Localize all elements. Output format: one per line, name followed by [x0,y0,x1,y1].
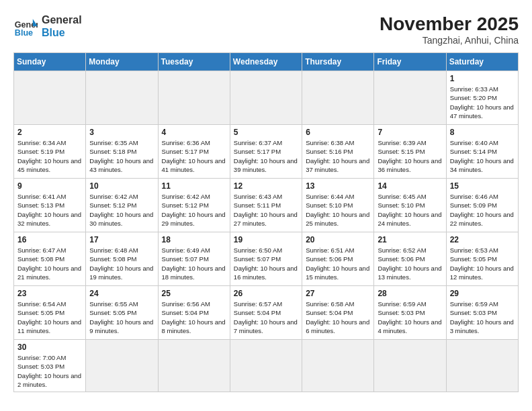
day-number: 27 [306,289,370,298]
day-info: Sunrise: 6:51 AM Sunset: 5:06 PM Dayligh… [306,246,370,281]
calendar-week-row: 30Sunrise: 7:00 AM Sunset: 5:03 PM Dayli… [14,340,519,392]
calendar-day-cell [374,340,446,392]
day-number: 18 [162,235,226,244]
calendar-day-cell: 2Sunrise: 6:34 AM Sunset: 5:19 PM Daylig… [14,125,86,179]
day-info: Sunrise: 6:38 AM Sunset: 5:16 PM Dayligh… [306,138,370,174]
day-info: Sunrise: 6:36 AM Sunset: 5:17 PM Dayligh… [162,138,226,174]
day-number: 21 [378,235,442,244]
day-number: 19 [234,235,298,244]
calendar-day-cell: 5Sunrise: 6:37 AM Sunset: 5:17 PM Daylig… [230,125,302,179]
weekday-header-thursday: Thursday [302,53,374,71]
day-info: Sunrise: 6:40 AM Sunset: 5:14 PM Dayligh… [450,138,515,174]
day-info: Sunrise: 6:35 AM Sunset: 5:18 PM Dayligh… [89,138,154,174]
day-info: Sunrise: 6:54 AM Sunset: 5:05 PM Dayligh… [17,300,82,335]
weekday-header-monday: Monday [86,53,158,71]
calendar-day-cell [302,340,374,392]
day-number: 30 [17,342,82,352]
day-number: 25 [162,289,226,298]
calendar-day-cell: 14Sunrise: 6:45 AM Sunset: 5:10 PM Dayli… [374,179,446,232]
day-number: 3 [89,128,154,137]
day-info: Sunrise: 6:46 AM Sunset: 5:09 PM Dayligh… [450,192,515,228]
weekday-header-tuesday: Tuesday [158,53,230,71]
calendar-day-cell: 4Sunrise: 6:36 AM Sunset: 5:17 PM Daylig… [158,125,230,179]
day-info: Sunrise: 6:33 AM Sunset: 5:20 PM Dayligh… [450,85,515,120]
day-number: 16 [17,235,82,244]
calendar-day-cell [230,71,302,125]
calendar-day-cell: 6Sunrise: 6:38 AM Sunset: 5:16 PM Daylig… [302,125,374,179]
day-number: 29 [450,289,515,298]
day-info: Sunrise: 6:56 AM Sunset: 5:04 PM Dayligh… [162,300,226,335]
day-info: Sunrise: 6:44 AM Sunset: 5:10 PM Dayligh… [306,192,370,228]
calendar-day-cell: 16Sunrise: 6:47 AM Sunset: 5:08 PM Dayli… [14,232,86,286]
day-info: Sunrise: 6:59 AM Sunset: 5:03 PM Dayligh… [450,300,515,335]
calendar-day-cell: 26Sunrise: 6:57 AM Sunset: 5:04 PM Dayli… [230,286,302,340]
calendar-day-cell: 11Sunrise: 6:42 AM Sunset: 5:12 PM Dayli… [158,179,230,232]
month-year-title: November 2025 [380,13,519,35]
day-info: Sunrise: 6:42 AM Sunset: 5:12 PM Dayligh… [89,192,154,228]
day-number: 1 [450,74,515,83]
day-number: 24 [89,289,154,298]
location-subtitle: Tangzhai, Anhui, China [380,35,519,46]
day-info: Sunrise: 6:55 AM Sunset: 5:05 PM Dayligh… [89,300,154,335]
calendar-day-cell: 17Sunrise: 6:48 AM Sunset: 5:08 PM Dayli… [86,232,158,286]
calendar-day-cell: 20Sunrise: 6:51 AM Sunset: 5:06 PM Dayli… [302,232,374,286]
calendar-day-cell [158,71,230,125]
calendar-day-cell: 30Sunrise: 7:00 AM Sunset: 5:03 PM Dayli… [14,340,86,392]
calendar-day-cell: 27Sunrise: 6:58 AM Sunset: 5:04 PM Dayli… [302,286,374,340]
day-info: Sunrise: 6:41 AM Sunset: 5:13 PM Dayligh… [17,192,82,228]
weekday-header-saturday: Saturday [446,53,518,71]
day-info: Sunrise: 7:00 AM Sunset: 5:03 PM Dayligh… [17,353,82,389]
calendar-week-row: 1Sunrise: 6:33 AM Sunset: 5:20 PM Daylig… [14,71,519,125]
day-number: 11 [162,181,226,191]
day-number: 28 [378,289,442,298]
day-number: 14 [378,181,442,191]
calendar-day-cell: 12Sunrise: 6:43 AM Sunset: 5:11 PM Dayli… [230,179,302,232]
calendar-day-cell [158,340,230,392]
day-number: 12 [234,181,298,191]
day-number: 4 [162,128,226,137]
day-info: Sunrise: 6:49 AM Sunset: 5:07 PM Dayligh… [162,246,226,281]
calendar-day-cell: 7Sunrise: 6:39 AM Sunset: 5:15 PM Daylig… [374,125,446,179]
day-info: Sunrise: 6:42 AM Sunset: 5:12 PM Dayligh… [162,192,226,228]
logo-icon: General Blue [13,14,38,38]
weekday-header-friday: Friday [374,53,446,71]
calendar-day-cell: 19Sunrise: 6:50 AM Sunset: 5:07 PM Dayli… [230,232,302,286]
day-info: Sunrise: 6:58 AM Sunset: 5:04 PM Dayligh… [306,300,370,335]
calendar-day-cell: 25Sunrise: 6:56 AM Sunset: 5:04 PM Dayli… [158,286,230,340]
calendar-day-cell: 22Sunrise: 6:53 AM Sunset: 5:05 PM Dayli… [446,232,518,286]
weekday-header-row: SundayMondayTuesdayWednesdayThursdayFrid… [14,53,519,71]
calendar-day-cell: 28Sunrise: 6:59 AM Sunset: 5:03 PM Dayli… [374,286,446,340]
weekday-header-wednesday: Wednesday [230,53,302,71]
calendar-day-cell: 8Sunrise: 6:40 AM Sunset: 5:14 PM Daylig… [446,125,518,179]
logo: General Blue General Blue [13,13,82,39]
day-number: 6 [306,128,370,137]
calendar-day-cell [86,71,158,125]
day-info: Sunrise: 6:59 AM Sunset: 5:03 PM Dayligh… [378,300,442,335]
title-block: November 2025 Tangzhai, Anhui, China [380,13,519,46]
day-number: 9 [17,181,82,191]
day-info: Sunrise: 6:45 AM Sunset: 5:10 PM Dayligh… [378,192,442,228]
calendar-day-cell [86,340,158,392]
calendar-day-cell [446,340,518,392]
calendar-day-cell: 23Sunrise: 6:54 AM Sunset: 5:05 PM Dayli… [14,286,86,340]
day-number: 26 [234,289,298,298]
calendar-day-cell: 29Sunrise: 6:59 AM Sunset: 5:03 PM Dayli… [446,286,518,340]
day-number: 20 [306,235,370,244]
calendar-day-cell: 1Sunrise: 6:33 AM Sunset: 5:20 PM Daylig… [446,71,518,125]
calendar-day-cell: 13Sunrise: 6:44 AM Sunset: 5:10 PM Dayli… [302,179,374,232]
day-info: Sunrise: 6:53 AM Sunset: 5:05 PM Dayligh… [450,246,515,281]
day-info: Sunrise: 6:52 AM Sunset: 5:06 PM Dayligh… [378,246,442,281]
calendar-day-cell: 10Sunrise: 6:42 AM Sunset: 5:12 PM Dayli… [86,179,158,232]
page-header: General Blue General Blue November 2025 … [13,13,519,46]
logo-general-text: General [42,13,82,26]
weekday-header-sunday: Sunday [14,53,86,71]
calendar-day-cell: 21Sunrise: 6:52 AM Sunset: 5:06 PM Dayli… [374,232,446,286]
day-number: 15 [450,181,515,191]
calendar-week-row: 9Sunrise: 6:41 AM Sunset: 5:13 PM Daylig… [14,179,519,232]
day-number: 5 [234,128,298,137]
day-info: Sunrise: 6:39 AM Sunset: 5:15 PM Dayligh… [378,138,442,174]
day-number: 2 [17,128,82,137]
day-number: 17 [89,235,154,244]
day-info: Sunrise: 6:50 AM Sunset: 5:07 PM Dayligh… [234,246,298,281]
day-info: Sunrise: 6:43 AM Sunset: 5:11 PM Dayligh… [234,192,298,228]
